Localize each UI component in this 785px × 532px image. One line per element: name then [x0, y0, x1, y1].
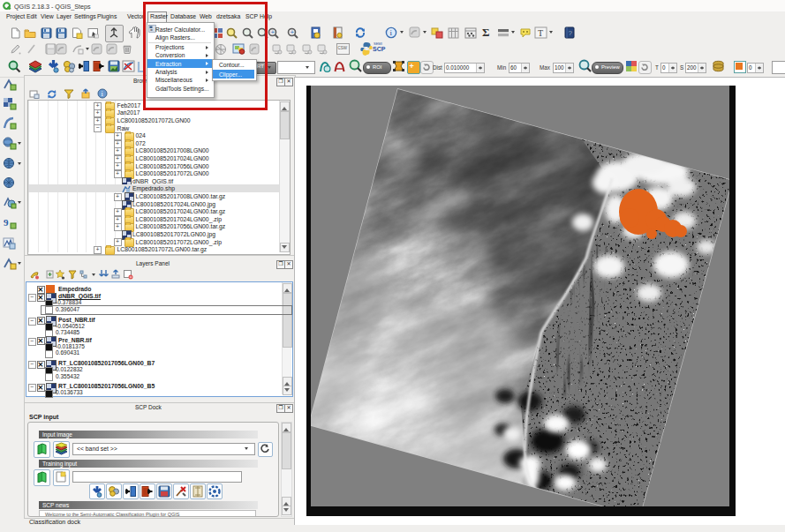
svg-text:+: +: [290, 28, 294, 36]
svg-text:T: T: [538, 28, 543, 38]
svg-text:9: 9: [4, 217, 9, 228]
svg-text:+: +: [270, 28, 275, 36]
svg-text:?: ?: [569, 29, 573, 37]
